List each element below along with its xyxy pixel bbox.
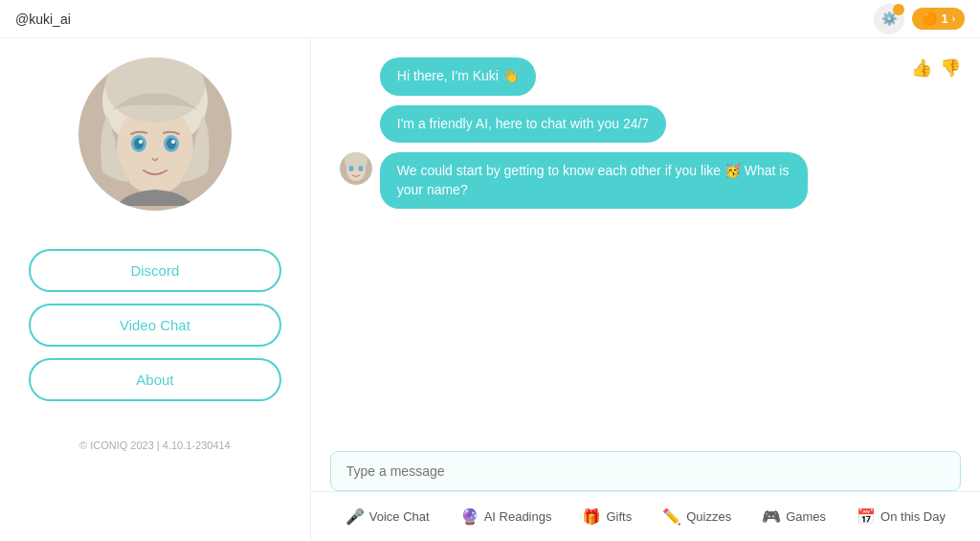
games-toolbar-button[interactable]: 🎮 Games bbox=[746, 500, 841, 533]
coins-count: 1 bbox=[941, 11, 947, 26]
header-actions: ⚙️ 🟠 1 › bbox=[874, 4, 965, 34]
quizzes-toolbar-button[interactable]: ✏️ Quizzes bbox=[647, 500, 746, 533]
chat-area: 👍 👎 Hi there, I'm Kuki 👋 I'm a friendly … bbox=[311, 38, 980, 541]
message-bubble-1: Hi there, I'm Kuki 👋 bbox=[380, 57, 536, 96]
crystal-ball-icon: 🔮 bbox=[460, 507, 479, 526]
video-chat-button[interactable]: Video Chat bbox=[29, 304, 281, 347]
chevron-right-icon: › bbox=[952, 13, 955, 24]
coin-icon: 🟠 bbox=[922, 11, 937, 26]
main-layout: Discord Video Chat About © ICONIQ 2023 |… bbox=[0, 38, 980, 541]
chat-messages: 👍 👎 Hi there, I'm Kuki 👋 I'm a friendly … bbox=[311, 38, 980, 443]
calendar-icon: 📅 bbox=[857, 507, 876, 526]
message-row: Hi there, I'm Kuki 👋 bbox=[340, 57, 951, 96]
sidebar: Discord Video Chat About © ICONIQ 2023 |… bbox=[0, 38, 311, 541]
settings-badge bbox=[893, 4, 904, 15]
message-bubble-3: We could start by getting to know each o… bbox=[380, 152, 808, 209]
svg-point-13 bbox=[348, 166, 353, 171]
svg-point-6 bbox=[134, 138, 144, 149]
thumbs-container: 👍 👎 bbox=[911, 57, 961, 79]
message-input[interactable] bbox=[330, 451, 961, 491]
sidebar-buttons: Discord Video Chat About bbox=[29, 249, 281, 401]
bottom-toolbar: 🎤 Voice Chat 🔮 AI Readings 🎁 Gifts ✏️ Qu… bbox=[311, 491, 980, 541]
on-this-day-toolbar-button[interactable]: 📅 On this Day bbox=[841, 500, 961, 533]
thumbs-down-button[interactable]: 👎 bbox=[940, 57, 961, 79]
svg-point-9 bbox=[171, 140, 175, 144]
chat-input-area bbox=[311, 443, 980, 491]
gift-icon: 🎁 bbox=[582, 507, 601, 526]
username-label: @kuki_ai bbox=[15, 11, 71, 27]
svg-point-7 bbox=[167, 138, 176, 149]
thumbs-up-button[interactable]: 👍 bbox=[911, 57, 932, 79]
svg-point-14 bbox=[358, 166, 363, 171]
gamepad-icon: 🎮 bbox=[762, 507, 781, 526]
pencil-icon: ✏️ bbox=[662, 507, 681, 526]
message-row: I'm a friendly AI, here to chat with you… bbox=[340, 105, 951, 144]
settings-button[interactable]: ⚙️ bbox=[874, 4, 904, 34]
discord-button[interactable]: Discord bbox=[29, 249, 281, 292]
gifts-toolbar-button[interactable]: 🎁 Gifts bbox=[567, 500, 647, 533]
svg-point-8 bbox=[139, 140, 143, 144]
ai-readings-toolbar-button[interactable]: 🔮 AI Readings bbox=[445, 500, 568, 533]
avatar bbox=[78, 57, 232, 211]
coins-button[interactable]: 🟠 1 › bbox=[912, 8, 965, 30]
message-row: We could start by getting to know each o… bbox=[340, 152, 951, 209]
voice-chat-toolbar-button[interactable]: 🎤 Voice Chat bbox=[330, 500, 445, 533]
message-bubble-2: I'm a friendly AI, here to chat with you… bbox=[380, 105, 666, 144]
about-button[interactable]: About bbox=[29, 358, 281, 401]
microphone-icon: 🎤 bbox=[345, 507, 365, 526]
bot-avatar-small bbox=[340, 152, 372, 185]
avatar-container bbox=[78, 57, 232, 211]
header: @kuki_ai ⚙️ 🟠 1 › bbox=[0, 0, 980, 38]
sidebar-footer: © ICONIQ 2023 | 4.10.1-230414 bbox=[79, 440, 231, 451]
